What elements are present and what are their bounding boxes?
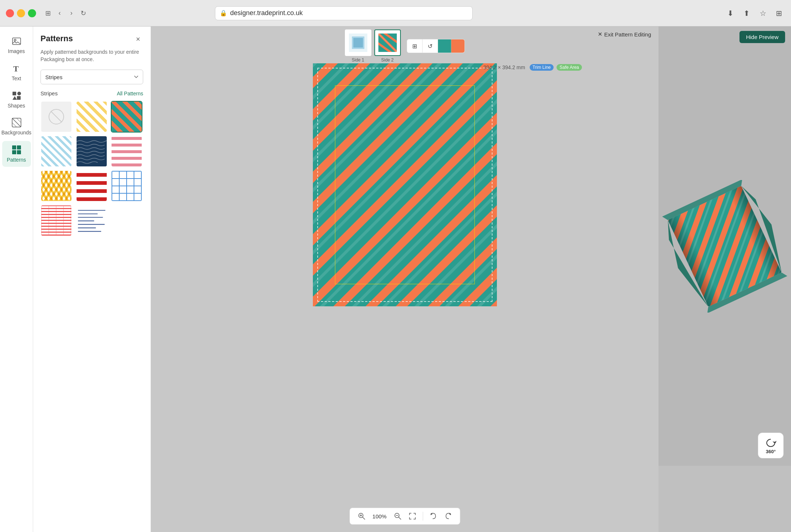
svg-rect-5 [17, 96, 21, 100]
svg-rect-7 [12, 145, 16, 149]
grid-view-btn[interactable]: ⊞ [407, 39, 423, 53]
pattern-toolbar: ⊞ ↺ [407, 39, 465, 53]
pattern-light-blue[interactable] [40, 135, 72, 167]
backgrounds-label: Backgrounds [1, 130, 32, 136]
svg-rect-10 [17, 150, 21, 154]
zoom-in-button[interactable] [356, 510, 367, 522]
svg-point-1 [14, 39, 16, 41]
pattern-chevron[interactable] [40, 170, 72, 202]
address-bar[interactable]: 🔒 designer.tradeprint.co.uk [215, 6, 473, 20]
panel-close-button[interactable]: × [133, 34, 143, 44]
pattern-yellow-stripe[interactable] [76, 101, 107, 133]
canvas-top-toolbar: Side 1 Side 2 [345, 29, 465, 63]
svg-text:T: T [13, 64, 19, 73]
pattern-teal-orange[interactable] [111, 101, 142, 133]
thumb-img-side1 [345, 29, 371, 56]
pattern-blue-grid[interactable] [111, 170, 142, 202]
sidebar-item-shapes[interactable]: Shapes [2, 87, 31, 113]
panel-title: Patterns [40, 34, 73, 43]
orange-color-btn[interactable] [451, 39, 465, 53]
main-stripe-svg [313, 63, 497, 306]
panel-description: Apply patterned backgrounds to your enti… [40, 49, 143, 63]
pattern-pink-lines[interactable] [40, 205, 72, 236]
close-traffic-light[interactable] [6, 9, 14, 17]
pink-lines-preview [41, 205, 71, 236]
side1-label: Side 1 [352, 57, 364, 63]
redo-button[interactable] [442, 510, 454, 522]
svg-line-40 [398, 517, 401, 519]
thumbnail-side2[interactable]: Side 2 [374, 29, 401, 63]
pattern-none[interactable] [40, 101, 72, 133]
svg-line-37 [362, 517, 365, 519]
shapes-label: Shapes [8, 103, 25, 109]
fit-screen-button[interactable] [406, 510, 418, 522]
text-label: Text [12, 75, 21, 82]
exit-pattern-button[interactable]: ✕ Exit Pattern Editing [598, 31, 651, 38]
shapes-icon [11, 91, 22, 101]
traffic-lights [6, 9, 36, 17]
pattern-category-dropdown[interactable]: Stripes Chevrons Grids Dots [40, 70, 143, 84]
bookmark-button[interactable]: ☆ [757, 7, 769, 19]
pattern-navy-lines[interactable] [76, 205, 107, 236]
undo-icon [429, 512, 437, 520]
chevron-preview [41, 171, 71, 201]
zoom-in-icon [357, 512, 366, 520]
pattern-red-stripe[interactable] [76, 170, 107, 202]
main-canvas [313, 63, 497, 306]
minimize-traffic-light[interactable] [17, 9, 25, 17]
patterns-grid [40, 101, 143, 236]
svg-rect-3 [13, 92, 16, 95]
share-button[interactable]: ⬆ [741, 7, 753, 19]
patterns-icon [11, 145, 22, 155]
all-patterns-link[interactable]: All Patterns [117, 91, 143, 96]
back-button[interactable]: ‹ [54, 7, 66, 19]
section-header: Stripes All Patterns [40, 90, 143, 96]
tab-list-button[interactable]: ⊞ [42, 7, 54, 19]
text-icon: T [11, 63, 22, 74]
preview-bottom-area [658, 466, 791, 532]
teal-color-btn[interactable] [438, 39, 451, 53]
sidebar-icons: Images T Text Shapes Backgroun [0, 27, 33, 532]
download-button[interactable]: ⬇ [725, 7, 737, 19]
sidebar-item-images[interactable]: Images [2, 32, 31, 58]
thumbnail-side1[interactable]: Side 1 [345, 29, 371, 63]
bottom-toolbar: 100% [349, 508, 460, 525]
pattern-wavy[interactable] [76, 135, 107, 167]
patterns-label: Patterns [7, 157, 26, 163]
pink-vertical-preview [112, 136, 142, 166]
safe-area-badge: Safe Area [557, 64, 582, 71]
fullscreen-traffic-light[interactable] [28, 9, 36, 17]
svg-rect-22 [353, 38, 363, 47]
svg-point-4 [17, 92, 21, 95]
svg-rect-33 [313, 63, 497, 306]
thumb-img-side2 [374, 29, 401, 56]
dimensions-area: 394.2 × 394.2 mm Trim Line Safe Area [483, 64, 582, 71]
undo-button[interactable] [427, 510, 439, 522]
app-container: Images T Text Shapes Backgroun [0, 27, 791, 532]
url-text: designer.tradeprint.co.uk [230, 9, 303, 17]
fit-icon [408, 512, 416, 520]
sidebar-item-backgrounds[interactable]: Backgrounds [2, 114, 31, 140]
refresh-button[interactable]: ↻ [77, 7, 89, 19]
360-icon [765, 437, 777, 449]
blue-grid-preview [112, 171, 142, 201]
360-preview-button[interactable]: 360° [758, 433, 784, 458]
browser-actions: ⬇ ⬆ ☆ ⊞ [725, 7, 785, 19]
teal-orange-preview [112, 102, 142, 132]
zoom-out-button[interactable] [392, 510, 403, 522]
360-label: 360° [766, 449, 776, 454]
refresh-btn[interactable]: ↺ [423, 39, 438, 53]
sidebar-item-patterns[interactable]: Patterns [2, 141, 31, 167]
section-title: Stripes [40, 90, 58, 96]
preview-area: Hide Preview [658, 27, 791, 532]
redo-icon [444, 512, 452, 520]
light-blue-preview [41, 136, 71, 166]
forward-button[interactable]: › [66, 7, 77, 19]
stripe-canvas[interactable] [313, 63, 497, 306]
navy-lines-preview [77, 205, 107, 236]
extensions-button[interactable]: ⊞ [773, 7, 785, 19]
svg-line-12 [51, 111, 62, 122]
sidebar-item-text[interactable]: T Text [2, 60, 31, 85]
pattern-pink-vertical[interactable] [111, 135, 142, 167]
canvas-area: Side 1 Side 2 [151, 27, 658, 532]
